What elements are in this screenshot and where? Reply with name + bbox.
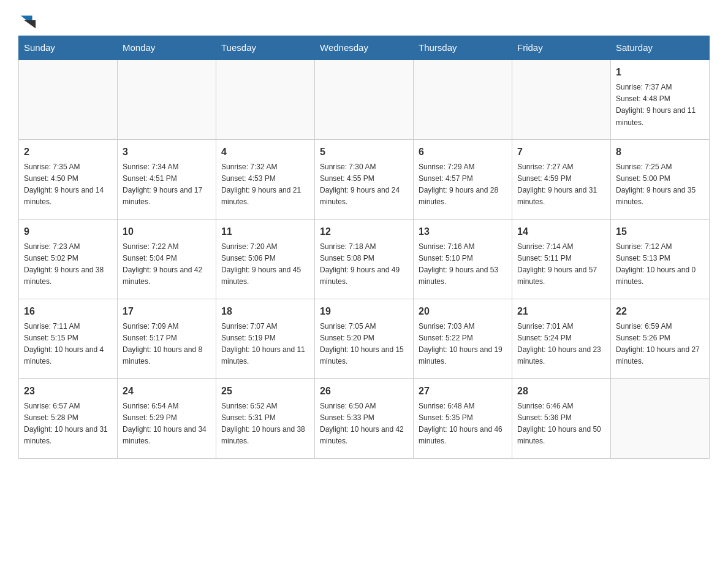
col-sunday: Sunday — [19, 36, 118, 60]
day-number: 3 — [123, 145, 211, 159]
calendar-cell: 3Sunrise: 7:34 AMSunset: 4:51 PMDaylight… — [118, 139, 216, 219]
col-saturday: Saturday — [611, 36, 710, 60]
day-number: 15 — [616, 224, 704, 239]
day-info: Sunrise: 7:01 AMSunset: 5:24 PMDaylight:… — [517, 321, 605, 368]
calendar-table: Sunday Monday Tuesday Wednesday Thursday… — [18, 36, 710, 459]
day-info: Sunrise: 6:48 AMSunset: 5:35 PMDaylight:… — [419, 400, 507, 448]
calendar-cell: 19Sunrise: 7:05 AMSunset: 5:20 PMDayligh… — [315, 299, 414, 378]
day-number: 18 — [221, 304, 309, 319]
col-monday: Monday — [118, 36, 216, 60]
day-number: 24 — [123, 384, 211, 399]
col-thursday: Thursday — [414, 36, 512, 60]
day-info: Sunrise: 7:23 AMSunset: 5:02 PMDaylight:… — [24, 241, 112, 288]
day-number: 1 — [616, 65, 704, 80]
calendar-cell: 22Sunrise: 6:59 AMSunset: 5:26 PMDayligh… — [611, 299, 710, 378]
calendar-week-row: 2Sunrise: 7:35 AMSunset: 4:50 PMDaylight… — [19, 139, 710, 219]
day-number: 14 — [517, 224, 605, 239]
day-info: Sunrise: 7:05 AMSunset: 5:20 PMDaylight:… — [320, 321, 408, 368]
calendar-cell: 25Sunrise: 6:52 AMSunset: 5:31 PMDayligh… — [216, 378, 315, 458]
day-info: Sunrise: 7:27 AMSunset: 4:59 PMDaylight:… — [517, 161, 605, 209]
svg-marker-1 — [24, 20, 36, 28]
calendar-week-row: 16Sunrise: 7:11 AMSunset: 5:15 PMDayligh… — [19, 299, 710, 378]
calendar-cell: 9Sunrise: 7:23 AMSunset: 5:02 PMDaylight… — [19, 219, 118, 299]
calendar-cell: 24Sunrise: 6:54 AMSunset: 5:29 PMDayligh… — [118, 378, 216, 458]
day-info: Sunrise: 6:59 AMSunset: 5:26 PMDaylight:… — [616, 321, 704, 368]
calendar-cell: 28Sunrise: 6:46 AMSunset: 5:36 PMDayligh… — [512, 378, 611, 458]
calendar-cell: 5Sunrise: 7:30 AMSunset: 4:55 PMDaylight… — [315, 139, 414, 219]
day-info: Sunrise: 7:07 AMSunset: 5:19 PMDaylight:… — [221, 321, 309, 368]
calendar-cell — [611, 378, 710, 458]
day-info: Sunrise: 6:57 AMSunset: 5:28 PMDaylight:… — [24, 400, 112, 448]
calendar-cell: 8Sunrise: 7:25 AMSunset: 5:00 PMDaylight… — [611, 139, 710, 219]
calendar-week-row: 9Sunrise: 7:23 AMSunset: 5:02 PMDaylight… — [19, 219, 710, 299]
calendar-cell: 27Sunrise: 6:48 AMSunset: 5:35 PMDayligh… — [414, 378, 512, 458]
day-number: 9 — [24, 224, 112, 239]
day-info: Sunrise: 7:34 AMSunset: 4:51 PMDaylight:… — [123, 161, 211, 209]
day-info: Sunrise: 7:37 AMSunset: 4:48 PMDaylight:… — [616, 82, 704, 129]
calendar-cell — [118, 59, 216, 139]
day-number: 26 — [320, 384, 408, 399]
calendar-cell — [512, 59, 611, 139]
calendar-cell: 4Sunrise: 7:32 AMSunset: 4:53 PMDaylight… — [216, 139, 315, 219]
day-number: 19 — [320, 304, 408, 319]
day-info: Sunrise: 7:30 AMSunset: 4:55 PMDaylight:… — [320, 161, 408, 209]
day-number: 5 — [320, 145, 408, 159]
day-info: Sunrise: 7:22 AMSunset: 5:04 PMDaylight:… — [123, 241, 211, 288]
day-info: Sunrise: 7:18 AMSunset: 5:08 PMDaylight:… — [320, 241, 408, 288]
day-number: 12 — [320, 224, 408, 239]
day-number: 13 — [419, 224, 507, 239]
day-number: 4 — [221, 145, 309, 159]
day-info: Sunrise: 7:35 AMSunset: 4:50 PMDaylight:… — [24, 161, 112, 209]
day-info: Sunrise: 6:52 AMSunset: 5:31 PMDaylight:… — [221, 400, 309, 448]
day-info: Sunrise: 7:20 AMSunset: 5:06 PMDaylight:… — [221, 241, 309, 288]
calendar-cell: 1Sunrise: 7:37 AMSunset: 4:48 PMDaylight… — [611, 59, 710, 139]
day-info: Sunrise: 6:54 AMSunset: 5:29 PMDaylight:… — [123, 400, 211, 448]
calendar-cell: 21Sunrise: 7:01 AMSunset: 5:24 PMDayligh… — [512, 299, 611, 378]
day-number: 27 — [419, 384, 507, 399]
calendar-cell: 23Sunrise: 6:57 AMSunset: 5:28 PMDayligh… — [19, 378, 118, 458]
day-number: 28 — [517, 384, 605, 399]
calendar-cell: 14Sunrise: 7:14 AMSunset: 5:11 PMDayligh… — [512, 219, 611, 299]
calendar-header-row: Sunday Monday Tuesday Wednesday Thursday… — [19, 36, 710, 60]
day-number: 22 — [616, 304, 704, 319]
day-number: 23 — [24, 384, 112, 399]
day-info: Sunrise: 7:32 AMSunset: 4:53 PMDaylight:… — [221, 161, 309, 209]
calendar-cell: 18Sunrise: 7:07 AMSunset: 5:19 PMDayligh… — [216, 299, 315, 378]
calendar-week-row: 1Sunrise: 7:37 AMSunset: 4:48 PMDaylight… — [19, 59, 710, 139]
calendar-cell — [216, 59, 315, 139]
calendar-week-row: 23Sunrise: 6:57 AMSunset: 5:28 PMDayligh… — [19, 378, 710, 458]
day-number: 21 — [517, 304, 605, 319]
day-info: Sunrise: 7:16 AMSunset: 5:10 PMDaylight:… — [419, 241, 507, 288]
day-number: 11 — [221, 224, 309, 239]
day-number: 2 — [24, 145, 112, 159]
calendar-cell: 6Sunrise: 7:29 AMSunset: 4:57 PMDaylight… — [414, 139, 512, 219]
day-number: 25 — [221, 384, 309, 399]
day-number: 8 — [616, 145, 704, 159]
logo-triangle-icon — [20, 12, 37, 29]
day-info: Sunrise: 7:03 AMSunset: 5:22 PMDaylight:… — [419, 321, 507, 368]
page-header — [18, 12, 710, 29]
calendar-cell: 7Sunrise: 7:27 AMSunset: 4:59 PMDaylight… — [512, 139, 611, 219]
day-number: 20 — [419, 304, 507, 319]
day-info: Sunrise: 7:25 AMSunset: 5:00 PMDaylight:… — [616, 161, 704, 209]
col-friday: Friday — [512, 36, 611, 60]
day-number: 17 — [123, 304, 211, 319]
day-info: Sunrise: 7:12 AMSunset: 5:13 PMDaylight:… — [616, 241, 704, 288]
calendar-cell — [19, 59, 118, 139]
calendar-cell: 2Sunrise: 7:35 AMSunset: 4:50 PMDaylight… — [19, 139, 118, 219]
day-number: 10 — [123, 224, 211, 239]
day-number: 16 — [24, 304, 112, 319]
col-wednesday: Wednesday — [315, 36, 414, 60]
day-number: 7 — [517, 145, 605, 159]
day-info: Sunrise: 7:11 AMSunset: 5:15 PMDaylight:… — [24, 321, 112, 368]
calendar-cell: 15Sunrise: 7:12 AMSunset: 5:13 PMDayligh… — [611, 219, 710, 299]
day-info: Sunrise: 7:29 AMSunset: 4:57 PMDaylight:… — [419, 161, 507, 209]
day-info: Sunrise: 6:50 AMSunset: 5:33 PMDaylight:… — [320, 400, 408, 448]
calendar-cell: 13Sunrise: 7:16 AMSunset: 5:10 PMDayligh… — [414, 219, 512, 299]
calendar-cell: 17Sunrise: 7:09 AMSunset: 5:17 PMDayligh… — [118, 299, 216, 378]
calendar-cell: 12Sunrise: 7:18 AMSunset: 5:08 PMDayligh… — [315, 219, 414, 299]
day-info: Sunrise: 7:09 AMSunset: 5:17 PMDaylight:… — [123, 321, 211, 368]
col-tuesday: Tuesday — [216, 36, 315, 60]
day-number: 6 — [419, 145, 507, 159]
calendar-cell — [315, 59, 414, 139]
